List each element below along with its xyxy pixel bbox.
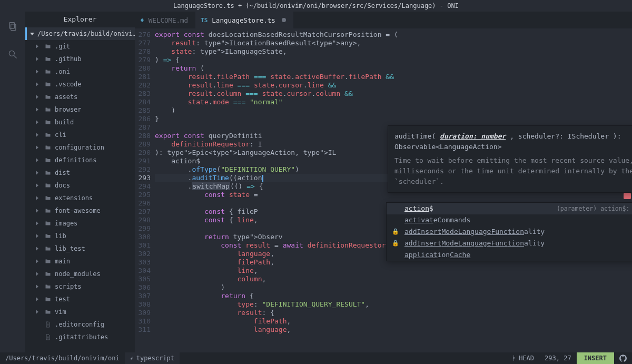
chevron-right-icon <box>36 310 41 314</box>
tree-folder[interactable]: images <box>25 217 135 230</box>
line-number: 288 <box>135 132 155 140</box>
svg-rect-0 <box>9 23 14 29</box>
line-number: 290 <box>135 149 155 157</box>
code-line[interactable]: export const doesLocationBasedResultMatc… <box>155 31 632 39</box>
tree-folder[interactable]: lib_test <box>25 242 135 255</box>
scrollbar-error-marker[interactable] <box>624 193 631 199</box>
tree-folder[interactable]: node_modules <box>25 268 135 280</box>
line-gutter: 2762772782792802812822832842852862872882… <box>135 28 155 352</box>
chevron-right-icon <box>36 82 41 86</box>
chevron-right-icon <box>36 247 41 251</box>
code-line[interactable]: language, <box>155 326 632 334</box>
folder-icon <box>44 232 52 240</box>
tree-folder[interactable]: extensions <box>25 192 135 204</box>
file-icon <box>44 321 52 328</box>
tree-item-label: .editorconfig <box>55 321 104 328</box>
chevron-right-icon <box>36 70 41 74</box>
tree-folder[interactable]: .github <box>25 53 135 65</box>
activity-bar <box>0 12 25 352</box>
status-language[interactable]: typescript <box>125 352 180 364</box>
code-line[interactable]: state.mode === "normal" <box>155 98 632 106</box>
completion-item[interactable]: activateCommands <box>387 214 632 226</box>
tree-folder[interactable]: vim <box>25 306 135 318</box>
completion-label: applicationCache <box>404 251 470 259</box>
tree-folder[interactable]: font-awesome <box>25 204 135 217</box>
tree-folder[interactable]: .oni <box>25 65 135 78</box>
code-line[interactable]: return ( <box>155 64 632 73</box>
github-icon[interactable] <box>614 352 632 364</box>
completion-label: addInsertModeLanguageFunctionality <box>404 228 545 236</box>
code-line[interactable]: line, <box>155 267 632 275</box>
code-line[interactable]: ) => { <box>155 56 632 64</box>
tree-folder[interactable]: build <box>25 116 135 129</box>
code-editor[interactable]: 2762772782792802812822832842852862872882… <box>135 28 632 352</box>
markdown-icon: ♦ <box>140 16 144 24</box>
code-line[interactable]: type: "DEFINITION_QUERY_RESULT", <box>155 300 632 309</box>
chevron-right-icon <box>36 183 41 188</box>
tree-item-label: definitions <box>55 156 96 164</box>
folder-icon <box>44 131 52 139</box>
code-line[interactable]: result: type">ILocationBasedResult<type"… <box>155 39 632 47</box>
signature-active-param: duration: number <box>440 132 506 140</box>
folder-icon <box>44 144 52 151</box>
tab-welcome-md[interactable]: ♦WELCOME.md <box>135 12 195 28</box>
line-number: 301 <box>135 241 155 250</box>
tree-item-label: cli <box>55 131 66 139</box>
tree-folder[interactable]: docs <box>25 179 135 192</box>
tree-folder[interactable]: definitions <box>25 154 135 166</box>
line-number: 281 <box>135 73 155 81</box>
search-icon[interactable] <box>7 49 18 61</box>
code-line[interactable]: result.filePath === state.activeBuffer.f… <box>155 73 632 81</box>
line-number: 308 <box>135 300 155 309</box>
line-number: 298 <box>135 216 155 224</box>
tree-folder[interactable]: browser <box>25 103 135 116</box>
tree-file[interactable]: .editorconfig <box>25 318 135 331</box>
completion-kind-icon: 🔒 <box>392 228 399 236</box>
completion-label: action$ <box>404 204 433 213</box>
tree-folder[interactable]: scripts <box>25 280 135 293</box>
line-number: 279 <box>135 56 155 64</box>
tree-folder[interactable]: assets <box>25 91 135 103</box>
code-line[interactable]: } <box>155 115 632 123</box>
code-line[interactable]: ) <box>155 106 632 115</box>
completion-popup[interactable]: action$(parameter) action$: ActionsObser… <box>386 202 632 261</box>
tree-folder[interactable]: dist <box>25 166 135 179</box>
tree-folder[interactable]: .vscode <box>25 78 135 91</box>
completion-item[interactable]: action$(parameter) action$: ActionsObser… <box>387 203 632 214</box>
tab-languagestore-ts[interactable]: TSLanguageStore.ts <box>195 12 293 28</box>
tree-root[interactable]: /Users/travis/build/onivi… <box>25 27 135 40</box>
tree-file[interactable]: .gitattributes <box>25 331 135 343</box>
code-line[interactable]: ) <box>155 283 632 292</box>
status-git-branch[interactable]: ᚼ HEAD <box>507 352 539 364</box>
code-line[interactable]: column, <box>155 275 632 283</box>
line-number: 284 <box>135 98 155 106</box>
code-line[interactable]: return { <box>155 292 632 300</box>
code-line[interactable]: result.line === state.cursor.line && <box>155 81 632 90</box>
tree-item-label: assets <box>55 93 77 101</box>
folder-icon <box>44 169 52 176</box>
code-line[interactable]: filePath, <box>155 317 632 326</box>
tree-folder[interactable]: main <box>25 255 135 268</box>
completion-item[interactable]: applicationCache <box>387 249 632 261</box>
tree-folder[interactable]: test <box>25 293 135 306</box>
code-line[interactable]: result.column === state.cursor.column && <box>155 90 632 98</box>
status-cursor-position[interactable]: 293, 27 <box>539 352 577 364</box>
completion-item[interactable]: 🔒addInsertModeLanguageFunctionality <box>387 238 632 249</box>
line-number: 299 <box>135 224 155 233</box>
tree-folder[interactable]: configuration <box>25 141 135 154</box>
code-line[interactable]: result: { <box>155 309 632 317</box>
tree-folder[interactable]: .git <box>25 40 135 53</box>
completion-item[interactable]: 🔒addInsertModeLanguageFunctionality <box>387 226 632 238</box>
tree-item-label: lib_test <box>55 245 85 252</box>
line-number: 310 <box>135 317 155 326</box>
status-workspace-path[interactable]: /Users/travis/build/onivim/oni <box>0 352 125 364</box>
line-number: 282 <box>135 81 155 90</box>
explorer-icon[interactable] <box>7 21 18 33</box>
tree-folder[interactable]: lib <box>25 230 135 242</box>
code-line[interactable]: state: type">ILanguageState, <box>155 47 632 56</box>
completion-label: activateCommands <box>404 216 470 224</box>
tree-folder[interactable]: cli <box>25 129 135 141</box>
chevron-right-icon <box>36 234 41 238</box>
line-number: 277 <box>135 39 155 47</box>
text-cursor <box>262 175 263 182</box>
